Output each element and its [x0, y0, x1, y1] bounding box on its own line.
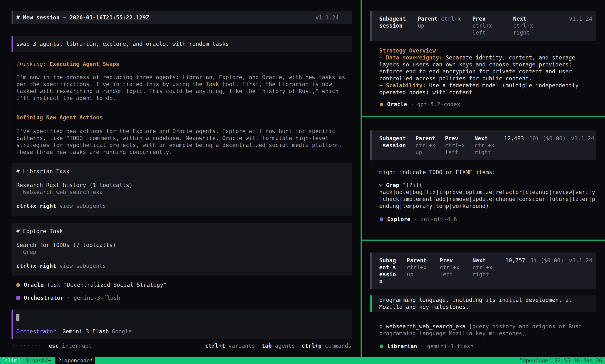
header-stats: 12,48310% ($0.00)v1.1.24: [504, 135, 594, 142]
session-header: # New session — 2026-01-16T21:55:22.129Z…: [12, 11, 352, 24]
usage-percent: 10% ($0.00): [529, 135, 566, 142]
commands-hint: ctrl+p commands: [302, 342, 351, 349]
next-nav-hint: Next ctrl+x right: [513, 15, 544, 36]
main-session-pane: # New session — 2026-01-16T21:55:22.129Z…: [0, 0, 361, 357]
parent-nav-hint: Parent ctrl+x up: [416, 135, 435, 156]
grep-toolcall: ✻ Grep "(?i)( hack|note|bug|fix|improve|…: [379, 182, 596, 209]
librarian-result-quote: programming language, including its init…: [370, 295, 596, 312]
active-agent-label: Orchestrator: [16, 328, 56, 335]
subagent-header: Subagent session Parent ctrl+x up Prev c…: [370, 130, 596, 160]
next-nav-hint: Next ctrl+x right: [474, 135, 494, 156]
tmux-session-name: [slim]: [1, 357, 20, 364]
orchestrator-text: Orchestrator · gemini-3-flash: [24, 294, 120, 301]
asterisk-tool-icon: ✻: [379, 182, 383, 188]
explore-agent-line: Explore · zai-glm-4.6: [380, 216, 596, 223]
version-label: v1.1.24: [569, 257, 592, 264]
parent-nav-hint: Parent ctrl+x up: [407, 257, 430, 278]
explore-agent-icon: [380, 218, 383, 221]
token-count: 12,483: [504, 135, 524, 142]
assistant-thinking-block: Thinking: Executing Agent Swaps I'm now …: [8, 61, 352, 156]
thinking-paragraph-2: I've specified new actions for the Explo…: [16, 128, 352, 156]
tool-name: Grep: [386, 182, 399, 188]
strategy-heading: Strategy Overview: [379, 47, 596, 54]
thinking-subheading: Defining New Agent Actions: [16, 114, 352, 121]
interrupt-hint: esc interrupt: [49, 342, 92, 349]
oracle-task-line: Oracle Task "Decentralized Social Strate…: [16, 282, 352, 288]
explore-output-line: might indicate TODO or FIXME items:: [379, 169, 596, 176]
token-count: 10,757: [505, 257, 525, 264]
tool-name: websearch_web_search_exa: [386, 323, 466, 329]
tmux-status-bar: [slim] 1:bash#─ 2:opencode* "OpenCode" 2…: [0, 357, 605, 364]
task-tool-highlight: Task: [206, 81, 219, 87]
user-message-text: swap 3 agents, librarian, explore, and o…: [16, 40, 229, 48]
task-card-toolcall: └ Grep: [16, 249, 347, 256]
header-stats: v1.1.24: [569, 15, 592, 22]
version-label: v1.1.24: [316, 14, 339, 21]
task-card-toolcall: └ Websearch_web_search_exa: [16, 189, 347, 196]
subagent-column: Subagent session Parent ctrl+x up Prev c…: [362, 0, 605, 357]
gear-tool-icon: ⚙: [379, 323, 383, 329]
header-stats: 10,7571% ($0.00)v1.1.24: [505, 257, 592, 264]
task-card-title: # Librarian Task: [16, 168, 347, 175]
tool-args: "(?i)( hack|note|bug|fix|improve|optimiz…: [379, 182, 595, 209]
oracle-agent-text: Oracle · gpt-5.2-codex: [387, 101, 460, 108]
thinking-paragraph-1: I'm now in the process of replacing thre…: [16, 74, 352, 102]
explore-task-card[interactable]: # Explore Task Search for TODOs (7 toolc…: [12, 223, 352, 275]
session-footer: ········ esc interrupt ctrl+t variants t…: [12, 342, 351, 349]
progress-dots: ········: [12, 342, 42, 349]
prev-nav-hint: Prev ctrl+x left: [440, 257, 463, 278]
task-card-hint: ctrl+x right view subagents: [16, 262, 347, 270]
parent-nav-hint: Parent ctrl+x up: [418, 15, 463, 29]
tmux-window-opencode-active[interactable]: 2:opencode*: [55, 357, 95, 364]
task-card-hint: ctrl+x right view subagents: [16, 203, 347, 209]
oracle-task-text: Oracle Task "Decentralized Social Strate…: [24, 282, 167, 288]
websearch-toolcall: ⚙ websearch_web_search_exa [query=histor…: [379, 323, 596, 337]
librarian-subagent-pane: Subagent session Parent ctrl+x up Prev c…: [362, 241, 605, 357]
librarian-task-card[interactable]: # Librarian Task Research Rust history (…: [12, 163, 352, 216]
prev-nav-hint: Prev ctrl+x left: [445, 135, 465, 156]
librarian-agent-text: Librarian · gemini-3-flash: [387, 343, 473, 350]
thinking-label: Thinking:: [16, 61, 46, 67]
oracle-task-icon: [16, 283, 20, 287]
tmux-window-bash[interactable]: 1:bash#─: [26, 357, 51, 364]
strategy-text: — Data sovereignty: Separate identity, c…: [379, 54, 596, 96]
user-message: swap 3 agents, librarian, explore, and o…: [12, 36, 352, 52]
thinking-title: Executing Agent Swaps: [49, 61, 119, 67]
thinking-heading: Thinking: Executing Agent Swaps: [16, 61, 352, 68]
usage-percent: 1% ($0.00): [531, 257, 564, 264]
oracle-agent-icon: [380, 103, 383, 106]
model-info-line: OrchestratorGemini 3 FlashGoogle: [16, 328, 132, 335]
version-label: v1.1.24: [571, 135, 594, 142]
librarian-agent-line: Librarian · gemini-3-flash: [380, 343, 596, 350]
active-model-label: Gemini 3 Flash: [62, 328, 109, 335]
agents-hint: tab agents: [262, 342, 295, 349]
spacer: [16, 196, 347, 203]
subagent-header: Subagent session Parent ctrl+x up Prev c…: [370, 11, 596, 41]
spacer: [16, 175, 347, 182]
task-card-summary: Research Rust history (1 toolcalls): [16, 182, 347, 189]
orchestrator-line: Orchestrator · gemini-3-flash: [16, 294, 352, 301]
spacer: [16, 235, 347, 242]
subagent-header-title: Subagent session: [379, 257, 397, 285]
next-nav-hint: Next ctrl+x right: [473, 257, 496, 278]
librarian-agent-icon: [380, 345, 383, 348]
explore-subagent-pane: Subagent session Parent ctrl+x up Prev c…: [362, 117, 605, 240]
oracle-agent-line: Oracle · gpt-5.2-codex: [380, 101, 596, 108]
subagent-header-title: Subagent session: [379, 135, 406, 149]
prompt-input[interactable]: OrchestratorGemini 3 FlashGoogle: [12, 310, 352, 339]
subagent-header: Subagent session Parent ctrl+x up Prev c…: [370, 252, 596, 289]
oracle-subagent-pane: Subagent session Parent ctrl+x up Prev c…: [362, 0, 605, 116]
keybind-hints: ctrl+t variants tab agents ctrl+p comman…: [205, 342, 351, 349]
spacer: [16, 256, 347, 262]
tmux-clock: "OpenCode" 22:55 16-Jan-26: [520, 357, 602, 364]
subagent-header-title: Subagent session: [379, 15, 408, 29]
version-label: v1.1.24: [569, 15, 592, 22]
orchestrator-agent-icon: [16, 296, 20, 300]
task-card-summary: Search for TODOs (7 toolcalls): [16, 242, 347, 249]
variants-hint: ctrl+t variants: [205, 342, 255, 349]
text-cursor: [16, 314, 19, 321]
task-card-title: # Explore Task: [16, 228, 347, 235]
explore-agent-text: Explore · zai-glm-4.6: [387, 216, 457, 223]
session-title: # New session — 2026-01-16T21:55:22.129Z: [16, 14, 149, 21]
terminal-screen: # New session — 2026-01-16T21:55:22.129Z…: [0, 0, 605, 364]
